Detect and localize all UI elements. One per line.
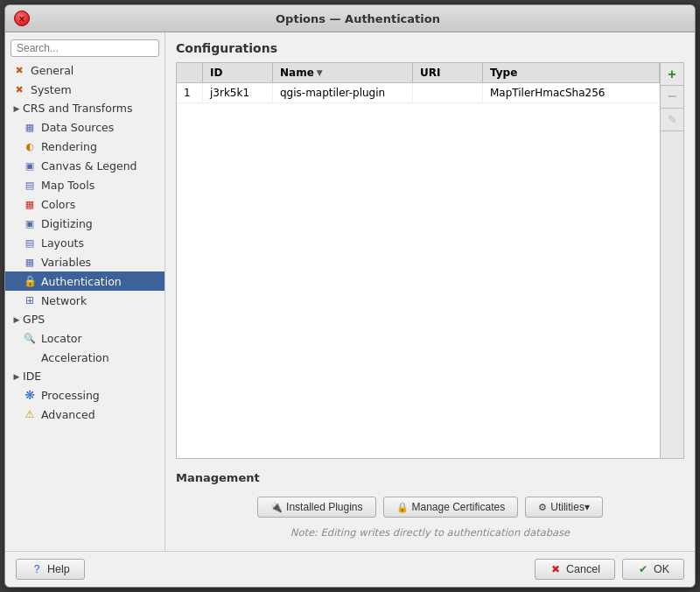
sidebar-item-acceleration[interactable]: Acceleration	[5, 348, 164, 367]
col-header-id: ID	[203, 63, 273, 82]
sidebar-item-digitizing[interactable]: ▣ Digitizing	[5, 214, 164, 233]
edit-icon: ✎	[668, 113, 677, 126]
options-dialog: × Options — Authentication ✖ General ✖ S…	[4, 4, 696, 588]
dialog-title: Options — Authentication	[30, 12, 686, 25]
close-button[interactable]: ×	[14, 11, 30, 26]
title-bar: × Options — Authentication	[5, 5, 695, 32]
table-header: ID Name ▼ URI Type	[177, 63, 660, 83]
sidebar-item-variables[interactable]: ▦ Variables	[5, 252, 164, 271]
layouts-icon: ▤	[23, 236, 37, 250]
sidebar-item-gps[interactable]: ▶ GPS	[5, 310, 164, 328]
cancel-button[interactable]: ✖ Cancel	[535, 559, 615, 580]
network-icon: ⊞	[23, 293, 37, 307]
sidebar-item-map-tools[interactable]: ▤ Map Tools	[5, 175, 164, 194]
sidebar-item-canvas-legend[interactable]: ▣ Canvas & Legend	[5, 156, 164, 175]
management-title: Management	[176, 471, 684, 484]
remove-config-button[interactable]: −	[661, 86, 683, 109]
sidebar-item-authentication[interactable]: 🔒 Authentication	[5, 271, 164, 291]
data-sources-icon: ▦	[23, 120, 37, 134]
sidebar-item-processing[interactable]: ❋ Processing	[5, 385, 164, 405]
sidebar-item-label: Data Sources	[41, 121, 114, 134]
sidebar-item-network[interactable]: ⊞ Network	[5, 291, 164, 310]
cell-uri	[413, 83, 483, 102]
sidebar-item-general[interactable]: ✖ General	[5, 60, 164, 80]
sidebar-item-label: Layouts	[41, 236, 84, 250]
sidebar-item-label: Variables	[41, 256, 91, 269]
help-button[interactable]: ? Help	[16, 559, 85, 580]
cancel-icon: ✖	[550, 563, 562, 575]
table-action-buttons: + − ✎	[661, 62, 684, 459]
manage-certificates-button[interactable]: 🔒 Manage Certificates	[383, 497, 519, 518]
variables-icon: ▦	[23, 255, 37, 269]
sidebar-item-label: System	[31, 83, 72, 96]
sidebar-item-label: Map Tools	[41, 179, 94, 192]
installed-plugins-button[interactable]: 🔌 Installed Plugins	[257, 497, 375, 518]
col-header-num	[177, 63, 203, 82]
sidebar-item-advanced[interactable]: ⚠ Advanced	[5, 405, 164, 424]
help-icon: ?	[31, 563, 43, 575]
col-header-uri: URI	[413, 63, 483, 82]
utilities-icon: ⚙	[538, 502, 547, 513]
arrow-icon: ▶	[12, 104, 21, 113]
sidebar-item-locator[interactable]: 🔍 Locator	[5, 328, 164, 348]
search-input[interactable]	[10, 39, 159, 57]
add-config-button[interactable]: +	[661, 63, 683, 86]
utilities-button[interactable]: ⚙ Utilities▾	[525, 497, 603, 518]
sidebar-item-label: CRS and Transforms	[23, 102, 133, 115]
sidebar-item-label: GPS	[23, 313, 45, 326]
cell-name: qgis-maptiler-plugin	[273, 83, 413, 102]
sidebar-item-crs-transforms[interactable]: ▶ CRS and Transforms	[5, 99, 164, 117]
sidebar-item-ide[interactable]: ▶ IDE	[5, 367, 164, 385]
cell-type: MapTilerHmacSha256	[483, 83, 660, 102]
table-row[interactable]: 1 j3rk5k1 qgis-maptiler-plugin MapTilerH…	[177, 83, 660, 103]
arrow-icon: ▶	[12, 372, 21, 381]
col-header-name[interactable]: Name ▼	[273, 63, 413, 82]
sidebar-item-label: Locator	[41, 332, 82, 345]
sidebar-item-label: Digitizing	[41, 217, 93, 230]
ok-label: OK	[654, 563, 669, 575]
authentication-icon: 🔒	[23, 274, 37, 288]
edit-config-button[interactable]: ✎	[661, 109, 683, 131]
sidebar-item-colors[interactable]: ▦ Colors	[5, 194, 164, 214]
digitizing-icon: ▣	[23, 216, 37, 230]
configurations-table: ID Name ▼ URI Type	[176, 62, 661, 459]
canvas-legend-icon: ▣	[23, 159, 37, 173]
col-header-type: Type	[483, 63, 660, 82]
locator-icon: 🔍	[23, 331, 37, 345]
installed-plugins-label: Installed Plugins	[286, 501, 362, 513]
colors-icon: ▦	[23, 197, 37, 211]
main-panel: Configurations ID Name ▼	[165, 32, 695, 551]
sidebar-item-label: General	[31, 64, 74, 77]
processing-icon: ❋	[23, 388, 37, 402]
sidebar-item-label: IDE	[23, 370, 41, 383]
sidebar-item-layouts[interactable]: ▤ Layouts	[5, 233, 164, 252]
map-tools-icon: ▤	[23, 178, 37, 192]
help-label: Help	[47, 563, 70, 575]
sidebar-item-label: Authentication	[41, 275, 122, 288]
manage-certificates-label: Manage Certificates	[412, 501, 506, 513]
utilities-label: Utilities▾	[550, 501, 590, 513]
sidebar-item-label: Processing	[41, 389, 100, 402]
general-icon: ✖	[12, 63, 26, 77]
rendering-icon: ◐	[23, 139, 37, 153]
plus-icon: +	[668, 67, 676, 82]
bottom-bar: ? Help ✖ Cancel ✔ OK	[5, 551, 695, 587]
sidebar-item-label: Rendering	[41, 140, 97, 153]
sort-arrow-icon: ▼	[317, 68, 323, 77]
content-area: ✖ General ✖ System ▶ CRS and Transforms …	[5, 32, 695, 551]
sidebar-item-label: Advanced	[41, 408, 95, 421]
arrow-icon: ▶	[12, 315, 21, 324]
sidebar-item-rendering[interactable]: ◐ Rendering	[5, 137, 164, 156]
minus-icon: −	[668, 88, 677, 106]
cell-num: 1	[177, 83, 203, 102]
cancel-label: Cancel	[566, 563, 600, 575]
system-icon: ✖	[12, 82, 26, 96]
sidebar-item-label: Network	[41, 294, 87, 307]
ok-button[interactable]: ✔ OK	[622, 559, 684, 580]
cert-icon: 🔒	[396, 502, 409, 513]
acceleration-icon	[23, 350, 37, 364]
sidebar-item-label: Acceleration	[41, 351, 109, 364]
sidebar-item-data-sources[interactable]: ▦ Data Sources	[5, 117, 164, 137]
sidebar-item-system[interactable]: ✖ System	[5, 80, 164, 99]
configurations-title: Configurations	[176, 41, 684, 55]
